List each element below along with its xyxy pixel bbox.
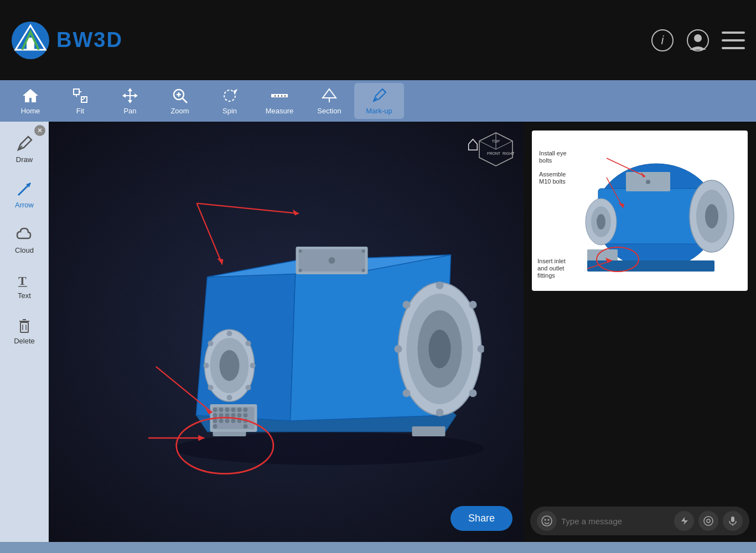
sidebar-text[interactable]: T Text <box>3 263 46 306</box>
toolbar-measure[interactable]: Measure <box>255 83 304 119</box>
info-button[interactable]: i <box>651 29 674 52</box>
svg-point-39 <box>174 432 484 465</box>
svg-point-75 <box>219 408 224 412</box>
sidebar-cloud[interactable]: Cloud <box>3 218 46 261</box>
toolbar-markup[interactable]: Mark-up <box>354 83 404 119</box>
svg-text:T: T <box>18 274 27 288</box>
svg-text:Assemble: Assemble <box>539 171 566 178</box>
svg-point-74 <box>213 408 218 412</box>
logo-text: BW3D <box>56 28 123 52</box>
logo-area: BW3D <box>11 21 123 60</box>
svg-point-83 <box>231 413 236 418</box>
logo-icon <box>11 21 50 60</box>
svg-line-27 <box>382 89 386 92</box>
svg-text:Insert inlet: Insert inlet <box>537 258 566 264</box>
svg-point-140 <box>704 517 713 525</box>
chat-input[interactable] <box>561 517 670 526</box>
svg-point-6 <box>694 34 702 42</box>
svg-rect-10 <box>74 89 79 95</box>
svg-point-141 <box>707 519 710 523</box>
svg-point-76 <box>225 408 230 412</box>
svg-point-54 <box>469 301 477 309</box>
svg-point-44 <box>329 257 335 264</box>
svg-point-138 <box>545 519 546 521</box>
svg-point-87 <box>219 419 224 423</box>
cube-navigator[interactable]: TOP FRONT RIGHT <box>474 127 518 171</box>
svg-point-56 <box>469 389 477 397</box>
right-panel: Install eye bolts Assemble M10 bolts Ins… <box>524 122 756 542</box>
svg-point-66 <box>250 363 256 368</box>
svg-point-57 <box>436 409 444 416</box>
svg-point-52 <box>429 330 451 368</box>
svg-rect-34 <box>20 322 28 332</box>
toolbar-section[interactable]: Section <box>304 83 354 119</box>
svg-point-114 <box>646 180 650 184</box>
svg-point-80 <box>213 413 218 418</box>
svg-point-84 <box>237 413 242 418</box>
chat-input-row <box>530 507 749 535</box>
svg-point-59 <box>395 345 402 353</box>
svg-text:M10 bolts: M10 bolts <box>539 178 566 185</box>
svg-point-90 <box>237 419 242 423</box>
svg-marker-24 <box>323 89 336 98</box>
svg-point-77 <box>231 408 236 412</box>
left-sidebar: ✕ Draw Arrow Cloud T Text Delete <box>0 122 49 542</box>
chat-area <box>524 300 756 542</box>
toolbar: Home Fit Pan Zoom Spin Measure Section M… <box>0 80 756 122</box>
svg-text:bolts: bolts <box>539 157 552 164</box>
svg-point-70 <box>204 363 209 368</box>
svg-line-13 <box>183 98 187 103</box>
viewport[interactable]: ⌂ TOP FRONT RIGHT Share <box>49 122 524 542</box>
toolbar-spin[interactable]: Spin <box>205 83 255 119</box>
svg-point-46 <box>362 249 365 253</box>
toolbar-zoom[interactable]: Zoom <box>155 83 205 119</box>
gear-model <box>125 186 484 490</box>
reference-image: Install eye bolts Assemble M10 bolts Ins… <box>532 131 748 291</box>
toolbar-pan[interactable]: Pan <box>105 83 155 119</box>
svg-point-117 <box>705 204 718 228</box>
svg-text:and outlet: and outlet <box>537 265 564 272</box>
svg-point-60 <box>403 301 411 309</box>
toolbar-fit[interactable]: Fit <box>55 83 105 119</box>
lightning-button[interactable] <box>674 511 694 531</box>
svg-point-82 <box>225 413 230 418</box>
svg-point-69 <box>208 385 214 390</box>
bottom-bar <box>0 542 756 553</box>
user-button[interactable] <box>686 29 710 52</box>
svg-point-47 <box>299 269 302 272</box>
app-header: BW3D i <box>0 0 756 80</box>
attach-button[interactable] <box>698 511 718 531</box>
svg-point-89 <box>231 419 236 423</box>
sidebar-arrow[interactable]: Arrow <box>3 173 46 216</box>
sidebar-close[interactable]: ✕ <box>34 125 45 136</box>
menu-button[interactable] <box>722 32 745 49</box>
toolbar-home[interactable]: Home <box>6 83 55 119</box>
svg-point-92 <box>213 424 218 429</box>
mic-button[interactable] <box>723 511 743 531</box>
share-button[interactable]: Share <box>451 506 512 531</box>
svg-rect-41 <box>412 426 446 436</box>
svg-point-139 <box>548 519 550 521</box>
svg-text:i: i <box>661 33 665 47</box>
svg-point-88 <box>225 419 230 423</box>
svg-point-67 <box>246 385 251 390</box>
svg-point-63 <box>220 350 240 381</box>
svg-point-58 <box>403 389 411 397</box>
svg-point-16 <box>224 90 235 101</box>
svg-point-53 <box>436 281 444 289</box>
sidebar-delete[interactable]: Delete <box>3 309 46 352</box>
svg-text:RIGHT: RIGHT <box>503 152 515 155</box>
svg-point-93 <box>244 424 248 429</box>
svg-point-120 <box>597 214 605 229</box>
svg-point-48 <box>362 269 365 272</box>
emoji-button[interactable] <box>537 511 557 531</box>
svg-rect-142 <box>731 517 734 522</box>
svg-point-79 <box>244 408 248 412</box>
svg-point-45 <box>299 249 302 253</box>
svg-text:TOP: TOP <box>492 139 500 143</box>
svg-text:Install eye: Install eye <box>539 150 567 156</box>
svg-point-65 <box>246 341 251 346</box>
svg-text:fittings: fittings <box>537 272 555 279</box>
main-content: ✕ Draw Arrow Cloud T Text Delete <box>0 122 756 542</box>
svg-point-86 <box>213 419 218 423</box>
